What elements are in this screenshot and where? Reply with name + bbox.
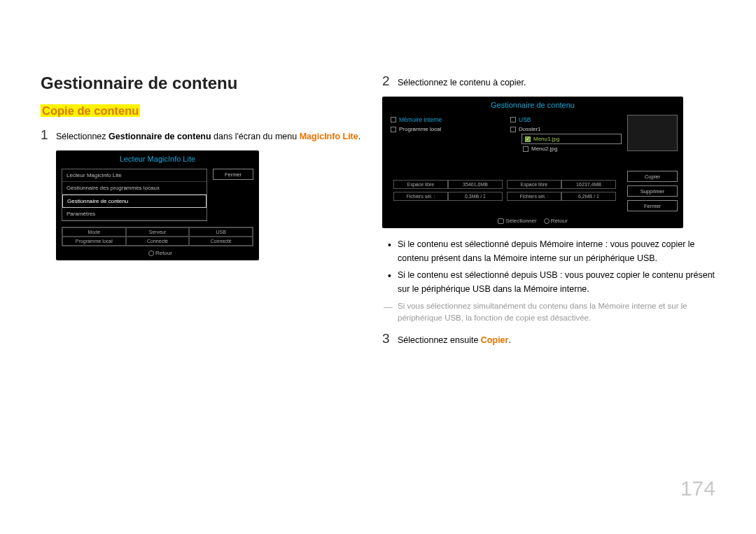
stat-box: Fichiers sél. :6,2MB / 1: [507, 192, 616, 201]
screenshot-player: Lecteur MagicInfo Lite Lecteur MagicInfo…: [56, 150, 259, 260]
step-3: 3 Sélectionnez ensuite Copier.: [382, 331, 715, 347]
page-number: 174: [680, 477, 715, 500]
bullet-item: Si le contenu est sélectionné depuis Mém…: [386, 238, 715, 265]
close-button[interactable]: Fermer: [627, 200, 678, 211]
panel-head-usb[interactable]: USB: [507, 115, 622, 125]
checkbox-icon[interactable]: [510, 127, 516, 132]
menu-item-selected[interactable]: Gestionnaire de contenu: [62, 195, 206, 208]
close-button[interactable]: Fermer: [213, 169, 253, 180]
back-icon: [544, 218, 550, 224]
shot1-title: Lecteur MagicInfo Lite: [56, 150, 259, 166]
section-title: Copie de contenu: [41, 104, 140, 118]
screenshot-content-manager: Gestionnaire de contenu Mémoire interne …: [382, 97, 683, 228]
page-title: Gestionnaire de contenu: [41, 73, 363, 93]
bullet-list: Si le contenu est sélectionné depuis Mém…: [382, 238, 715, 296]
list-item[interactable]: Dossier1: [507, 125, 622, 134]
stat-box: Espace libre35461,0MB: [393, 180, 503, 189]
panel-head-internal[interactable]: Mémoire interne: [388, 115, 502, 125]
step-1: 1 Sélectionnez Gestionnaire de contenu d…: [41, 127, 363, 143]
step-2: 2 Sélectionnez le contenu à copier.: [382, 73, 715, 90]
note: Si vous sélectionnez simultanément du co…: [382, 300, 715, 325]
checkbox-icon[interactable]: [523, 146, 528, 152]
bullet-item: Si le contenu est sélectionné depuis USB…: [386, 269, 715, 296]
shot2-footer: Sélectionner Retour: [382, 214, 683, 228]
back-icon: [148, 251, 154, 256]
copy-button[interactable]: Copier: [627, 171, 678, 182]
menu-item[interactable]: Gestionnaire des programmes locaux: [62, 182, 206, 195]
stat-box: Espace libre16237,4MB: [507, 180, 616, 189]
checkbox-icon[interactable]: [510, 117, 516, 122]
checkbox-checked-icon[interactable]: [525, 136, 531, 142]
checkbox-icon[interactable]: [391, 117, 396, 122]
shot2-title: Gestionnaire de contenu: [382, 97, 683, 112]
shot1-footer: Retour: [56, 246, 259, 260]
menu-item[interactable]: Paramètres: [62, 208, 206, 220]
menu-item[interactable]: Lecteur MagicInfo Lite: [62, 169, 206, 182]
checkbox-icon[interactable]: [391, 127, 396, 132]
list-item[interactable]: Programme local: [388, 125, 502, 134]
delete-button[interactable]: Supprimer: [627, 185, 678, 197]
list-item-selected[interactable]: Menu1.jpg: [522, 134, 622, 144]
select-icon: [498, 218, 504, 224]
list-item[interactable]: Menu2.jpg: [507, 144, 622, 153]
status-grid: Mode Serveur USB Programme local Connect…: [62, 227, 253, 246]
stat-box: Fichiers sél. :0,3MB / 1: [393, 192, 503, 201]
preview-box: [627, 115, 678, 151]
